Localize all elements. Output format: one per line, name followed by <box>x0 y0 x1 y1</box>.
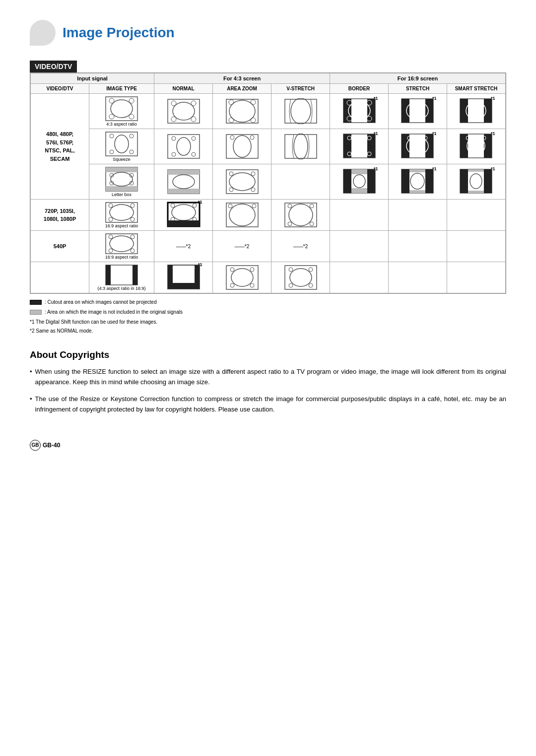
svg-point-119 <box>171 204 175 207</box>
svg-point-131 <box>310 204 314 208</box>
svg-point-39 <box>130 134 134 138</box>
svg-point-71 <box>467 137 485 155</box>
smart-stretch-169-cell <box>447 200 505 231</box>
stretch-43in169-cell <box>389 262 447 293</box>
svg-point-51 <box>250 136 254 139</box>
svg-rect-107 <box>468 169 484 172</box>
image-label-169-2: 16:9 aspect ratio <box>105 255 138 260</box>
svg-rect-134 <box>106 234 137 254</box>
table-row: (4:3 aspect ratio in 16:9) *1 <box>31 262 506 293</box>
smart-stretch-540p-cell <box>447 231 505 262</box>
svg-point-147 <box>128 280 132 284</box>
svg-point-3 <box>129 98 134 103</box>
svg-point-156 <box>231 269 253 286</box>
stretch-540p-cell <box>389 231 447 262</box>
svg-point-97 <box>353 175 365 188</box>
bullet-1: • When using the RESIZE function to sele… <box>30 366 506 388</box>
svg-rect-142 <box>133 265 137 285</box>
svg-rect-12 <box>226 99 258 123</box>
svg-point-146 <box>112 280 116 284</box>
svg-point-44 <box>172 137 176 140</box>
svg-rect-63 <box>402 134 409 158</box>
border-540p-cell <box>330 231 389 262</box>
svg-rect-64 <box>425 134 433 158</box>
v-stretch-169-cell <box>271 200 330 231</box>
svg-rect-96 <box>351 188 367 193</box>
svg-point-157 <box>230 268 234 272</box>
svg-point-111 <box>110 205 134 220</box>
border-squeeze-cell: *1 <box>330 129 389 164</box>
svg-point-37 <box>115 135 129 153</box>
stretch-169-cell <box>389 200 447 231</box>
border-169-cell <box>330 200 389 231</box>
svg-rect-29 <box>402 99 409 123</box>
svg-point-162 <box>290 269 312 286</box>
svg-point-127 <box>252 204 256 208</box>
subheader-image-type: Image type <box>89 84 154 94</box>
svg-rect-128 <box>285 203 317 227</box>
squeeze-image-cell: Squeeze <box>89 129 154 164</box>
stretch-43-cell: *1 <box>389 94 447 129</box>
bullet-marker-2: • <box>30 394 32 415</box>
svg-point-14 <box>229 100 234 105</box>
svg-point-47 <box>192 152 196 156</box>
svg-point-154 <box>191 266 195 270</box>
svg-point-45 <box>192 137 196 140</box>
area-zoom-43in169-cell <box>213 262 271 293</box>
svg-point-2 <box>109 98 114 103</box>
subheader-smart-stretch: SMART STRETCH <box>447 84 505 94</box>
svg-rect-76 <box>106 186 137 191</box>
svg-rect-105 <box>460 169 468 193</box>
svg-rect-150 <box>168 265 173 283</box>
svg-point-87 <box>229 173 255 191</box>
v-stretch-43-cell <box>271 94 330 129</box>
about-title: About Copyrights <box>30 349 506 360</box>
svg-rect-48 <box>226 135 258 158</box>
svg-rect-101 <box>409 169 425 172</box>
projection-table: Input signal For 4:3 screen For 16:9 scr… <box>30 73 506 293</box>
note-1: : Cutout area on which images cannot be … <box>30 298 506 307</box>
svg-point-159 <box>230 283 234 287</box>
svg-point-49 <box>233 136 251 157</box>
svg-point-115 <box>131 217 134 221</box>
section-title: VIDEO/DTV <box>30 61 77 72</box>
svg-point-118 <box>172 205 196 220</box>
subheader-border: BORDER <box>330 84 389 94</box>
signal-label-720p: 720P, 1035I,1080I, 1080P <box>31 200 89 231</box>
svg-point-113 <box>131 204 134 207</box>
area-zoom-squeeze-cell <box>213 129 271 164</box>
svg-point-19 <box>291 98 311 124</box>
note-2: : Area on which the image is not include… <box>30 308 506 317</box>
area-zoom-letterbox-cell <box>213 164 271 200</box>
normal-540p-cell: ——*2 <box>154 231 213 262</box>
table-header-main: Input signal For 4:3 screen For 16:9 scr… <box>31 73 506 84</box>
svg-point-65 <box>406 137 428 155</box>
page-title: Image Projection <box>63 25 175 41</box>
svg-point-132 <box>288 222 292 226</box>
svg-rect-36 <box>106 132 137 156</box>
svg-rect-42 <box>168 135 200 158</box>
header-for-43: For 4:3 screen <box>154 73 330 84</box>
note-1-text: : Cutout area on which images cannot be … <box>45 298 157 307</box>
svg-rect-106 <box>484 169 492 193</box>
svg-rect-94 <box>367 169 375 193</box>
page-footer: GB GB-40 <box>30 440 506 451</box>
svg-rect-86 <box>226 170 258 194</box>
svg-point-16 <box>229 118 234 123</box>
image-label-letterbox: Letter box <box>112 192 132 197</box>
svg-rect-33 <box>460 99 468 123</box>
image-label-43in169: (4:3 aspect ratio in 16:9) <box>97 286 145 291</box>
svg-point-153 <box>173 266 177 270</box>
svg-point-166 <box>309 283 313 287</box>
signal-label-480: 480I, 480P,576I, 576P,NTSC, PAL,SECAM <box>31 94 89 200</box>
svg-rect-52 <box>285 135 317 158</box>
svg-point-143 <box>113 268 131 282</box>
svg-point-126 <box>228 204 232 208</box>
svg-rect-141 <box>106 265 111 285</box>
normal-43in169-cell: *1 <box>154 262 213 293</box>
svg-rect-22 <box>367 99 375 123</box>
svg-rect-110 <box>106 203 137 222</box>
normal-43-cell <box>154 94 213 129</box>
svg-rect-30 <box>425 99 433 123</box>
note-black-box <box>30 300 42 305</box>
